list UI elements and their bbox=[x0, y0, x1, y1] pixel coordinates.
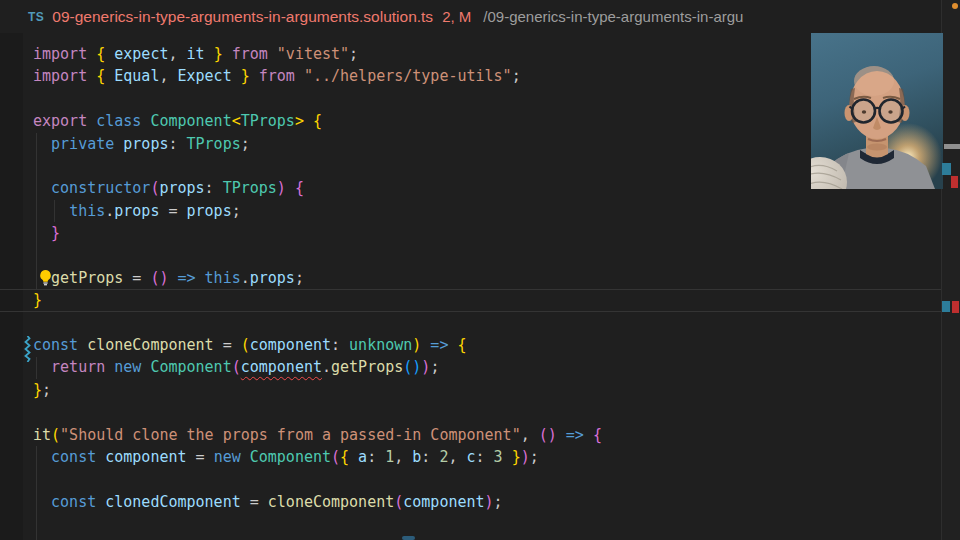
code-token: Equal bbox=[105, 67, 159, 85]
code-line[interactable]: }; bbox=[0, 379, 941, 401]
presenter-video bbox=[811, 33, 943, 189]
tab-problems-badge: 2, M bbox=[442, 8, 471, 25]
code-token: ) bbox=[412, 336, 421, 354]
code-line[interactable]: import { expect, it } from "vitest"; bbox=[0, 43, 941, 65]
code-token: , bbox=[521, 426, 539, 444]
code-token: } bbox=[241, 67, 250, 85]
modified-mark bbox=[942, 163, 951, 175]
code-line[interactable] bbox=[0, 155, 941, 177]
code-token: unknown bbox=[349, 336, 412, 354]
code-token: { bbox=[340, 448, 349, 466]
code-token: this bbox=[205, 269, 241, 287]
code-token: props bbox=[187, 202, 232, 220]
code-line[interactable]: it("Should clone the props from a passed… bbox=[0, 424, 941, 446]
code-line[interactable]: export class Component<TProps> { bbox=[0, 110, 941, 132]
code-token: component bbox=[105, 448, 186, 466]
code-token: () bbox=[403, 358, 421, 376]
code-token: import bbox=[33, 67, 96, 85]
code-line[interactable]: getProps = () => this.props; bbox=[0, 267, 941, 289]
code-token: cloneComponent bbox=[268, 493, 394, 511]
code-token: ; bbox=[512, 67, 521, 85]
typescript-file-icon: TS bbox=[28, 10, 44, 24]
code-token: ( bbox=[394, 493, 403, 511]
breadcrumb[interactable]: /09-generics-in-type-arguments-in-argu bbox=[483, 8, 743, 25]
code-token: ; bbox=[530, 448, 539, 466]
code-token: Component bbox=[250, 448, 331, 466]
lightbulb-icon[interactable] bbox=[37, 269, 54, 286]
code-token: , bbox=[168, 45, 177, 63]
code-token: constructor bbox=[51, 179, 150, 197]
code-token: : bbox=[205, 179, 223, 197]
code-token: ) bbox=[277, 179, 286, 197]
code-token: ; bbox=[430, 358, 439, 376]
code-line[interactable] bbox=[0, 245, 941, 267]
code-line[interactable]: const component = new Component({ a: 1, … bbox=[0, 446, 941, 468]
code-token: = bbox=[159, 202, 186, 220]
code-token: import bbox=[33, 45, 96, 63]
status-dot-icon bbox=[952, 3, 958, 9]
code-line[interactable]: this.props = props; bbox=[0, 200, 941, 222]
indent-guide bbox=[36, 446, 37, 540]
code-token: = bbox=[123, 269, 150, 287]
code-token: ; bbox=[232, 202, 241, 220]
titlebar: TS 09-generics-in-type-arguments-in-argu… bbox=[0, 0, 960, 33]
code-token: ; bbox=[295, 269, 304, 287]
code-token: . bbox=[241, 269, 250, 287]
code-token: TProps bbox=[187, 135, 241, 153]
code-token: => bbox=[557, 426, 593, 444]
code-line[interactable]: import { Equal, Expect } from "../helper… bbox=[0, 65, 941, 87]
code-token: ( bbox=[241, 336, 250, 354]
code-line[interactable] bbox=[0, 88, 941, 110]
code-line[interactable] bbox=[0, 401, 941, 423]
code-token: } bbox=[51, 224, 60, 242]
code-token: expect bbox=[105, 45, 168, 63]
code-token: component bbox=[250, 336, 331, 354]
code-token: ; bbox=[494, 493, 503, 511]
code-line[interactable] bbox=[0, 312, 941, 334]
vscode-window: TS 09-generics-in-type-arguments-in-argu… bbox=[0, 0, 960, 540]
code-token: { bbox=[96, 67, 105, 85]
code-token: ( bbox=[232, 358, 241, 376]
minimap-slider bbox=[944, 144, 960, 149]
code-line[interactable] bbox=[0, 513, 941, 535]
code-token: } bbox=[214, 45, 223, 63]
code-token: = bbox=[214, 336, 241, 354]
code-token: { bbox=[96, 45, 105, 63]
code-line[interactable]: private props: TProps; bbox=[0, 133, 941, 155]
code-token: ) bbox=[485, 493, 494, 511]
code-token: new bbox=[214, 448, 250, 466]
code-line[interactable]: return new Component(component.getProps(… bbox=[0, 356, 941, 378]
code-line[interactable]: } bbox=[0, 222, 941, 244]
code-token: const bbox=[51, 448, 105, 466]
code-token: getProps bbox=[331, 358, 403, 376]
code-token: } bbox=[33, 381, 42, 399]
code-line[interactable]: const clonedComponent = cloneComponent(c… bbox=[0, 491, 941, 513]
code-line[interactable] bbox=[0, 468, 941, 490]
code-token: Component bbox=[150, 358, 231, 376]
code-token: const bbox=[33, 336, 87, 354]
code-token: ( bbox=[51, 426, 60, 444]
code-token: it bbox=[33, 426, 51, 444]
code-token: { bbox=[313, 112, 322, 130]
code-token: ; bbox=[241, 135, 250, 153]
minimap[interactable] bbox=[941, 0, 960, 540]
code-token: props bbox=[123, 135, 168, 153]
code-token: TProps bbox=[223, 179, 277, 197]
error-mark bbox=[951, 176, 958, 188]
code-token: 3 bbox=[494, 448, 512, 466]
code-token: return bbox=[51, 358, 114, 376]
code-token: Expect bbox=[168, 67, 240, 85]
code-token: const bbox=[51, 493, 105, 511]
code-line[interactable]: } bbox=[0, 289, 941, 311]
code-token: it bbox=[178, 45, 214, 63]
code-token bbox=[304, 112, 313, 130]
code-token: } bbox=[33, 291, 42, 309]
code-token: new bbox=[114, 358, 150, 376]
code-line[interactable]: constructor(props: TProps) { bbox=[0, 177, 941, 199]
code-token: Component bbox=[150, 112, 231, 130]
code-token: export bbox=[33, 112, 96, 130]
code-token: { bbox=[593, 426, 602, 444]
code-token: => bbox=[168, 269, 204, 287]
code-line[interactable]: const cloneComponent = (component: unkno… bbox=[0, 334, 941, 356]
tab-filename[interactable]: 09-generics-in-type-arguments-in-argumen… bbox=[52, 8, 433, 26]
